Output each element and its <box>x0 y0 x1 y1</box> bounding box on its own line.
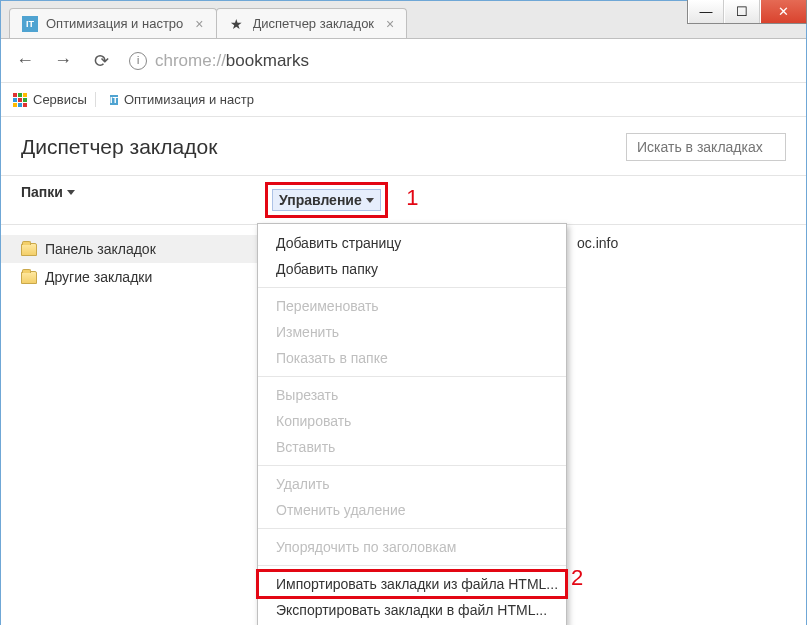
folder-tree: Панель закладок Другие закладки <box>1 225 257 625</box>
list-item-fragment[interactable]: oc.info <box>577 235 618 251</box>
manage-menu: Добавить страницуДобавить папкуПереимено… <box>257 223 567 625</box>
bookmarks-bar: Сервисы IT Оптимизация и настр <box>1 83 806 117</box>
bookmark-label: Оптимизация и настр <box>124 92 254 107</box>
content-columns: Панель закладок Другие закладки oc.info … <box>1 225 806 625</box>
menu-item[interactable]: Добавить страницу <box>258 230 566 256</box>
folders-dropdown[interactable]: Папки <box>21 184 75 200</box>
menu-separator <box>258 528 566 529</box>
annotation-1: 1 <box>406 185 418 210</box>
back-button[interactable]: ← <box>15 50 35 71</box>
page-header: Диспетчер закладок <box>1 117 806 175</box>
minimize-button[interactable]: — <box>688 0 724 23</box>
folder-icon <box>21 243 37 256</box>
star-favicon-icon: ★ <box>229 16 245 32</box>
menu-item: Изменить <box>258 319 566 345</box>
tab-optimization[interactable]: IT Оптимизация и настро × <box>9 8 217 38</box>
reload-button[interactable]: ⟳ <box>91 50 111 72</box>
bookmark-search-input[interactable] <box>626 133 786 161</box>
annotation-2: 2 <box>571 565 583 591</box>
close-tab-icon[interactable]: × <box>386 16 394 32</box>
window-controls: — ☐ ✕ <box>687 0 807 24</box>
close-tab-icon[interactable]: × <box>195 16 203 32</box>
menu-item: Вырезать <box>258 382 566 408</box>
apps-shortcut[interactable]: Сервисы <box>13 92 96 107</box>
menu-separator <box>258 465 566 466</box>
tab-label: Оптимизация и настро <box>46 16 183 31</box>
url-text: chrome://bookmarks <box>155 51 309 71</box>
apps-icon <box>13 93 27 107</box>
tab-label: Диспетчер закладок <box>253 16 375 31</box>
folder-icon <box>21 271 37 284</box>
tab-strip: IT Оптимизация и настро × ★ Диспетчер за… <box>1 1 806 39</box>
address-bar[interactable]: i chrome://bookmarks <box>129 51 792 71</box>
close-window-button[interactable]: ✕ <box>760 0 806 23</box>
chevron-down-icon <box>67 190 75 195</box>
forward-button[interactable]: → <box>53 50 73 71</box>
folder-label: Панель закладок <box>45 241 156 257</box>
menu-item: Вставить <box>258 434 566 460</box>
menu-item[interactable]: Экспортировать закладки в файл HTML... <box>258 597 566 623</box>
apps-label: Сервисы <box>33 92 87 107</box>
page-title: Диспетчер закладок <box>21 135 217 159</box>
menu-separator <box>258 376 566 377</box>
content-toolbar: Папки Управление 1 <box>1 175 806 225</box>
folder-other-bookmarks[interactable]: Другие закладки <box>1 263 257 291</box>
menu-item[interactable]: Добавить папку <box>258 256 566 282</box>
menu-item: Упорядочить по заголовкам <box>258 534 566 560</box>
menu-item: Отменить удаление <box>258 497 566 523</box>
browser-window: IT Оптимизация и настро × ★ Диспетчер за… <box>0 0 807 625</box>
site-info-icon[interactable]: i <box>129 52 147 70</box>
toolbar-row: ← → ⟳ i chrome://bookmarks <box>1 39 806 83</box>
bookmark-list-area: oc.info Добавить страницуДобавить папкуП… <box>257 225 806 625</box>
menu-item: Переименовать <box>258 293 566 319</box>
menu-item: Удалить <box>258 471 566 497</box>
menu-item: Показать в папке <box>258 345 566 371</box>
annotation-box-1: Управление <box>265 182 388 218</box>
manage-dropdown[interactable]: Управление <box>272 189 381 211</box>
it-favicon-icon: IT <box>110 95 118 105</box>
tab-bookmarks-manager[interactable]: ★ Диспетчер закладок × <box>216 8 408 38</box>
maximize-button[interactable]: ☐ <box>724 0 760 23</box>
menu-item: Копировать <box>258 408 566 434</box>
folder-label: Другие закладки <box>45 269 152 285</box>
chevron-down-icon <box>366 198 374 203</box>
bookmark-item[interactable]: IT Оптимизация и настр <box>110 92 262 107</box>
it-favicon-icon: IT <box>22 16 38 32</box>
menu-item[interactable]: Импортировать закладки из файла HTML... <box>258 571 566 597</box>
menu-separator <box>258 565 566 566</box>
menu-separator <box>258 287 566 288</box>
folder-bookmarks-bar[interactable]: Панель закладок <box>1 235 257 263</box>
